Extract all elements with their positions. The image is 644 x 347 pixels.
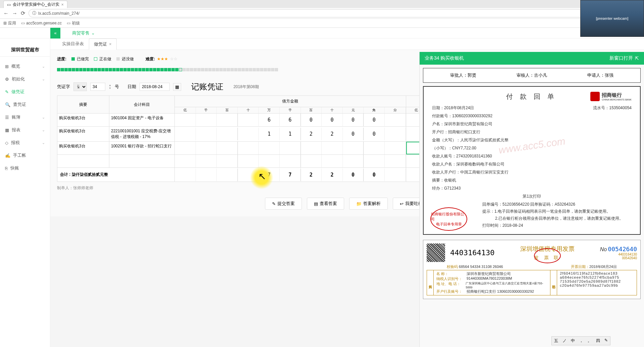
amount-cell[interactable] [301,142,322,154]
progress-block[interactable] [168,68,171,71]
amount-cell[interactable] [175,114,196,126]
progress-block[interactable] [138,68,142,71]
progress-block[interactable] [208,68,212,71]
progress-block[interactable] [212,68,215,71]
bookmark-2[interactable]: ▭ 初级 [67,20,80,26]
progress-block[interactable] [171,68,175,71]
date-input[interactable] [140,83,170,91]
progress-block[interactable] [109,68,112,71]
browser-tab[interactable]: ▭ 会计学堂实操中心_会计实 × [3,1,67,8]
amount-grid[interactable]: 112200 [175,128,406,140]
amount-cell[interactable] [385,128,406,140]
sidebar-collapse-button[interactable]: « [50,28,60,39]
amount-cell[interactable]: 0 [364,128,385,140]
cert-no-input[interactable] [90,83,105,91]
category-dropdown[interactable]: 商贸零售 ⌄ [67,28,100,38]
amount-cell[interactable] [280,142,301,154]
amount-cell[interactable] [301,155,322,167]
amount-cell[interactable]: 1 [280,128,301,140]
subject-cell[interactable]: 2221001001001 应交税费-应交增值税 - 进项税额 - 17% [109,127,175,142]
progress-block[interactable] [260,68,263,71]
amount-cell[interactable]: 2 [322,128,343,140]
amount-grid[interactable] [175,142,406,154]
progress-block[interactable] [256,68,260,71]
apps-button[interactable]: ⊞ 应用 [3,20,16,26]
progress-block[interactable] [238,68,241,71]
progress-block[interactable] [153,68,156,71]
amount-cell[interactable] [196,155,217,167]
progress-block[interactable] [98,68,101,71]
amount-cell[interactable] [385,114,406,126]
progress-block[interactable] [105,68,108,71]
summary-cell[interactable]: 购买收银机3台 [57,127,109,142]
progress-block[interactable] [164,68,167,71]
progress-block[interactable] [68,68,71,71]
progress-block[interactable] [271,68,274,71]
progress-block[interactable] [186,68,190,71]
rp-body[interactable]: 审批人：郭贤 审核人：古小凡 申请人：张强 付 款 回 单 招商银行 CHINA… [420,65,644,347]
progress-block[interactable] [227,68,230,71]
progress-block[interactable] [149,68,153,71]
progress-block[interactable] [87,68,90,71]
amount-cell[interactable] [322,155,343,167]
ime-toolbar[interactable]: 五ノ中，。四✎ [551,336,610,345]
progress-block[interactable] [216,68,219,71]
close-icon[interactable]: × [61,2,64,7]
amount-cell[interactable] [175,142,196,154]
summary-cell[interactable]: 购买收银机3台 [57,114,109,127]
progress-block[interactable] [194,68,197,71]
progress-block[interactable] [135,68,138,71]
amount-cell[interactable]: 0 [343,114,364,126]
new-window-button[interactable]: 新窗口打开 ⇱ [609,55,639,61]
progress-block[interactable] [142,68,145,71]
view-answer-button[interactable]: ▤ 查看答案 [307,198,344,210]
amount-cell[interactable]: 0 [364,114,385,126]
amount-cell[interactable] [238,128,259,140]
progress-block[interactable] [157,68,160,71]
submit-button[interactable]: ✎ 提交答案 [265,198,302,210]
amount-cell[interactable] [175,155,196,167]
progress-block[interactable] [275,68,278,71]
amount-cell[interactable]: 0 [343,128,364,140]
summary-cell[interactable]: 购买收银机3台 [57,142,109,155]
progress-block[interactable] [123,68,127,71]
amount-cell[interactable] [259,155,280,167]
progress-block[interactable] [249,68,252,71]
progress-block[interactable] [267,68,271,71]
amount-cell[interactable] [364,155,385,167]
amount-cell[interactable] [217,142,238,154]
amount-cell[interactable] [196,114,217,126]
progress-block[interactable] [197,68,201,71]
cert-type-select[interactable]: 记 [73,82,87,91]
progress-block[interactable] [234,68,237,71]
progress-block[interactable] [253,68,256,71]
sidebar-item-0[interactable]: ⊞概览⌄ [0,60,50,73]
amount-cell[interactable] [280,155,301,167]
progress-block[interactable] [116,68,119,71]
back-button[interactable]: ← [3,10,9,16]
bookmark-1[interactable]: ▭ acc5com.gensee.cc [21,21,62,25]
progress-block[interactable] [83,68,86,71]
amount-cell[interactable] [385,142,406,154]
sidebar-item-8[interactable]: ⎘快账 [0,162,50,175]
reload-button[interactable]: ⟳ [21,10,25,16]
sidebar-item-7[interactable]: ✍手工帐 [0,149,50,162]
amount-cell[interactable] [238,142,259,154]
amount-cell[interactable] [238,114,259,126]
progress-block[interactable] [64,68,68,71]
close-icon[interactable]: × [109,42,112,47]
subject-cell[interactable]: 1002001 银行存款 - 招行蛇口支行 [109,142,175,155]
amount-cell[interactable]: 6 [280,114,301,126]
summary-cell[interactable] [57,155,109,168]
subject-cell[interactable] [109,155,175,168]
sidebar-item-1[interactable]: ⚙初始化⌄ [0,73,50,85]
progress-block[interactable] [90,68,94,71]
amount-cell[interactable]: 1 [259,128,280,140]
amount-cell[interactable] [343,155,364,167]
progress-block[interactable] [75,68,79,71]
progress-block[interactable] [241,68,245,71]
amount-cell[interactable]: 2 [301,128,322,140]
amount-cell[interactable] [322,142,343,154]
sidebar-item-2[interactable]: ✎做凭证 [0,85,50,98]
amount-cell[interactable] [385,155,406,167]
